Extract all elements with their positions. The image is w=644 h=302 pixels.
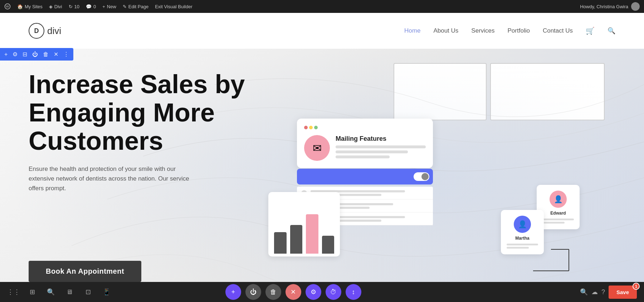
exit-label: Exit Visual Builder: [155, 4, 192, 9]
adjust-button[interactable]: ↕: [346, 284, 361, 300]
profile-line: [542, 219, 574, 220]
dot-yellow: [309, 126, 313, 129]
save-badge: 1: [633, 283, 640, 290]
trash-button[interactable]: 🗑: [265, 284, 281, 300]
comments-count: 0: [93, 4, 96, 9]
close-button[interactable]: ✕: [286, 284, 301, 300]
save-label: Save: [616, 289, 629, 295]
builder-bottom-bar: ⋮⋮ ⊞ 🔍 🖥 ⊡ 📱 + ⏻ 🗑 ✕ ⚙ ⏱ ↕ 🔍 ☁ ? Save 1: [0, 282, 644, 302]
grid-icon[interactable]: ⊞: [26, 286, 39, 298]
delete-icon[interactable]: 🗑: [43, 51, 49, 58]
admin-bar: W 🏠 My Sites ◈ Divi ↻ 10 💬 0 + New ✎ Edi…: [0, 0, 644, 13]
add-button[interactable]: +: [225, 284, 241, 300]
dot-red: [304, 126, 308, 129]
nav-services[interactable]: Services: [471, 27, 494, 34]
profile-name-edward: Edward: [550, 211, 566, 216]
close-icon[interactable]: ✕: [54, 51, 58, 58]
divi-icon: ◈: [49, 4, 53, 9]
mailing-lines: [336, 145, 426, 158]
mailing-card-body: ✉ Mailing Features: [304, 135, 426, 161]
section-toolbar: + ⚙ ⊟ ⏻ 🗑 ✕ ⋮: [0, 48, 73, 61]
power-button[interactable]: ⏻: [245, 284, 261, 300]
avatar-edward: 👤: [550, 191, 567, 208]
bar-3: [306, 214, 318, 254]
exit-builder-button[interactable]: Exit Visual Builder: [155, 4, 192, 9]
hero-section: Increase Sales by Engaging More Customer…: [0, 49, 644, 302]
edit-icon: ✎: [123, 4, 127, 9]
new-menu[interactable]: + New: [102, 4, 116, 9]
updates-icon: ↻: [69, 4, 73, 9]
mailing-line-1: [336, 145, 426, 148]
tablet-icon[interactable]: ⊡: [82, 286, 94, 298]
nav-contact[interactable]: Contact Us: [543, 27, 573, 34]
search-right-icon[interactable]: 🔍: [580, 288, 588, 296]
site-logo[interactable]: D divi: [29, 23, 61, 39]
comments-icon: 💬: [86, 4, 92, 9]
time-button[interactable]: ⏱: [326, 284, 341, 300]
hero-title: Increase Sales by Engaging More Customer…: [29, 70, 279, 155]
profile-lines-martha: [507, 244, 538, 249]
updates-menu[interactable]: ↻ 10: [69, 4, 79, 9]
mailing-card: ✉ Mailing Features: [297, 119, 433, 168]
nav-portfolio[interactable]: Portfolio: [508, 27, 530, 34]
divi-menu[interactable]: ◈ Divi: [49, 4, 62, 9]
nav-about[interactable]: About Us: [433, 27, 458, 34]
hero-right: ✉ Mailing Features: [279, 63, 615, 302]
profile-line: [542, 222, 565, 224]
bar-2: [290, 225, 303, 254]
search-icon[interactable]: 🔍: [608, 27, 615, 35]
help-icon[interactable]: ?: [601, 288, 605, 296]
power-icon[interactable]: ⏻: [32, 51, 38, 58]
mobile-icon[interactable]: 📱: [100, 286, 113, 298]
mailing-line-3: [336, 155, 390, 158]
profile-name-martha: Martha: [515, 236, 529, 241]
card-window-controls: [304, 126, 426, 129]
navigation: D divi Home About Us Services Portfolio …: [0, 13, 644, 49]
comments-menu[interactable]: 💬 0: [86, 4, 96, 9]
logo-text: divi: [47, 25, 61, 37]
mailing-text: Mailing Features: [336, 135, 426, 158]
mailing-icon-circle: ✉: [304, 135, 330, 161]
add-section-icon[interactable]: +: [4, 51, 8, 58]
svg-text:W: W: [6, 5, 9, 8]
new-icon: +: [102, 4, 105, 9]
hero-left: Increase Sales by Engaging More Customer…: [29, 63, 279, 205]
wp-logo-item[interactable]: W: [4, 3, 11, 10]
settings-button[interactable]: ⚙: [306, 284, 321, 300]
builder-actions: + ⏻ 🗑 ✕ ⚙ ⏱ ↕: [225, 284, 361, 300]
book-appointment-button[interactable]: Book An Appointment: [29, 261, 141, 282]
nav-home[interactable]: Home: [404, 27, 420, 34]
menu-icon[interactable]: ⋮⋮: [7, 286, 20, 298]
profile-lines-edward: [542, 219, 574, 224]
placeholder-box-2: [490, 63, 605, 120]
toggle-bar[interactable]: [297, 169, 433, 184]
divi-label: Divi: [54, 4, 62, 9]
profile-line: [507, 244, 538, 245]
page-wrapper: D divi Home About Us Services Portfolio …: [0, 13, 644, 302]
howdy-text: Howdy, Christina Gwira: [580, 4, 628, 9]
toggle-switch[interactable]: [414, 172, 429, 181]
placeholder-box-1: [394, 63, 487, 120]
cart-icon[interactable]: 🛒: [586, 27, 595, 35]
dot-green: [314, 126, 318, 129]
chart-card: [268, 192, 340, 257]
cloud-icon[interactable]: ☁: [591, 288, 598, 296]
admin-bar-right: Howdy, Christina Gwira: [580, 2, 640, 11]
more-icon[interactable]: ⋮: [63, 51, 69, 58]
edit-page-button[interactable]: ✎ Edit Page: [123, 4, 148, 9]
settings-icon[interactable]: ⚙: [13, 51, 18, 58]
logo-circle: D: [29, 23, 44, 39]
save-button[interactable]: Save 1: [609, 286, 637, 299]
book-btn-container: Book An Appointment: [29, 261, 141, 282]
mail-icon: ✉: [313, 142, 322, 154]
hero-description: Ensure the health and protection of your…: [29, 164, 200, 193]
my-sites-label: My Sites: [25, 4, 43, 9]
builder-search-icon[interactable]: 🔍: [44, 286, 57, 298]
profile-line: [507, 247, 529, 249]
avatar[interactable]: [631, 2, 640, 11]
new-label: New: [107, 4, 116, 9]
my-sites-menu[interactable]: 🏠 My Sites: [17, 4, 43, 9]
layout-icon[interactable]: ⊟: [23, 51, 27, 58]
profile-card-martha: 👤 Martha: [501, 210, 544, 254]
desktop-icon[interactable]: 🖥: [63, 286, 76, 298]
